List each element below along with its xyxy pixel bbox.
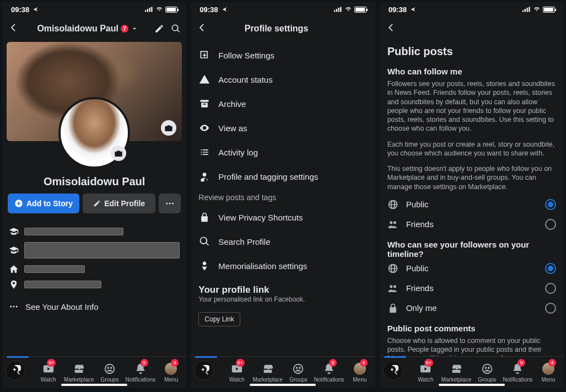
dots-icon — [165, 198, 175, 208]
edit-profile-button[interactable]: Edit Profile — [83, 194, 155, 213]
view-as-row[interactable]: View as — [191, 116, 375, 140]
account-status-row[interactable]: Account status — [191, 67, 375, 92]
nav-notifications[interactable]: Notifications9 — [503, 357, 533, 388]
bottom-nav: . Watch9+ Marketplace Groups Notificatio… — [191, 356, 375, 388]
person-gear-icon — [199, 171, 210, 182]
graduation-icon — [9, 245, 19, 255]
option-only-me[interactable]: Only me — [387, 298, 556, 318]
notification-badge: 7 — [121, 25, 128, 33]
status-bar: 09:38 — [2, 2, 186, 17]
copy-link-button[interactable]: Copy Link — [198, 312, 240, 326]
back-button[interactable] — [8, 22, 21, 35]
svg-rect-8 — [149, 8, 150, 12]
paragraph: This setting doesn't apply to people who… — [387, 161, 556, 195]
nav-watch[interactable]: Watch9+ — [410, 357, 441, 388]
memorialisation-row[interactable]: Memorialisation settings — [191, 254, 375, 278]
svg-rect-16 — [526, 8, 527, 12]
nav-watch[interactable]: Watch 9+ — [33, 357, 64, 388]
profile-link-title: Your profile link — [198, 284, 367, 296]
svg-rect-7 — [147, 9, 148, 12]
nav-notifications[interactable]: Notifications 9 — [125, 357, 156, 388]
page-title: Profile settings — [245, 24, 309, 34]
dots-icon — [9, 302, 19, 312]
home-indicator — [250, 384, 316, 386]
svg-rect-10 — [334, 10, 335, 12]
section-followers-timeline: Who can see your followers on your timel… — [387, 234, 556, 259]
groups-icon — [104, 363, 116, 375]
page-title-dropdown[interactable]: Omisolaidowu Paul 7 — [21, 24, 154, 34]
wifi-icon — [155, 7, 163, 12]
profile-tagging-row[interactable]: Profile and tagging settings — [191, 164, 375, 189]
option-public[interactable]: Public — [387, 195, 556, 214]
archive-icon — [199, 98, 210, 109]
cellular-icon — [334, 7, 342, 12]
add-to-story-button[interactable]: Add to Story — [8, 194, 79, 213]
list-icon — [199, 147, 210, 158]
friends-icon — [387, 219, 398, 230]
friends-icon — [387, 283, 398, 294]
home-indicator — [439, 384, 505, 386]
education-row — [9, 227, 180, 237]
zoom-overlay[interactable] — [6, 361, 25, 380]
paragraph: Each time you post or create a reel, sto… — [387, 137, 556, 162]
follow-icon — [199, 50, 210, 61]
nav-menu[interactable]: Menu 4 — [156, 357, 187, 388]
pencil-icon — [93, 200, 101, 207]
location-arrow-icon — [409, 7, 417, 12]
see-about-link[interactable]: See Your About Info — [2, 297, 186, 314]
nav-watch[interactable]: Watch9+ — [222, 357, 252, 388]
option-friends[interactable]: Friends — [387, 214, 556, 234]
radio-unselected — [545, 303, 556, 314]
cellular-icon — [522, 7, 531, 12]
privacy-shortcuts-row[interactable]: View Privacy Shortcuts — [191, 205, 375, 229]
profile-link-sub: Your personalised link on Facebook. — [198, 296, 367, 303]
activity-log-row[interactable]: Activity log — [191, 140, 375, 164]
page-title: Public posts — [387, 41, 556, 63]
education-row — [9, 242, 180, 259]
status-bar: 09:38 — [380, 2, 564, 17]
paragraph: Followers see your posts, reels, stories… — [387, 76, 556, 137]
radio-unselected — [545, 219, 556, 230]
search-profile-row[interactable]: Search Profile — [191, 229, 375, 254]
svg-rect-6 — [145, 10, 146, 12]
home-row — [9, 264, 180, 274]
option-public-2[interactable]: Public — [387, 259, 556, 278]
radio-unselected — [545, 283, 556, 294]
more-button[interactable] — [159, 194, 181, 213]
rose-icon — [199, 260, 210, 271]
avatar-camera-button[interactable] — [111, 146, 126, 161]
bottom-nav: . Watch9+ Marketplace Groups Notificatio… — [380, 356, 564, 388]
zoom-overlay[interactable] — [383, 361, 403, 380]
archive-row[interactable]: Archive — [191, 92, 375, 116]
home-indicator — [61, 384, 127, 386]
svg-rect-9 — [152, 7, 153, 12]
globe-icon — [387, 263, 398, 274]
edit-icon[interactable] — [154, 23, 164, 34]
nav-notifications[interactable]: Notifications9 — [314, 357, 344, 388]
nav-menu[interactable]: Menu4 — [533, 357, 564, 388]
follow-settings-row[interactable]: Follow Settings — [191, 43, 375, 67]
svg-rect-11 — [336, 9, 337, 12]
radio-selected — [545, 199, 556, 210]
wifi-icon — [533, 7, 541, 12]
option-friends-2[interactable]: Friends — [387, 278, 556, 298]
section-who-follow: Who can follow me — [387, 63, 556, 76]
warning-icon — [199, 74, 210, 85]
svg-rect-17 — [529, 7, 530, 12]
graduation-icon — [9, 227, 19, 237]
paragraph: Choose who is allowed to comment on your… — [387, 333, 556, 356]
store-icon — [73, 363, 85, 375]
home-icon — [9, 264, 19, 274]
back-button[interactable] — [385, 22, 398, 35]
learn-more-link[interactable]: Learn more — [501, 355, 538, 356]
radio-selected — [545, 263, 556, 274]
profile-name: Omisolaidowu Paul — [2, 175, 186, 188]
svg-rect-14 — [522, 10, 524, 12]
eye-icon — [199, 122, 210, 133]
nav-menu[interactable]: Menu4 — [344, 357, 375, 388]
search-icon[interactable] — [171, 23, 181, 34]
svg-rect-15 — [525, 9, 526, 12]
topbar: Omisolaidowu Paul 7 — [2, 17, 186, 41]
svg-rect-12 — [338, 8, 339, 12]
back-button[interactable] — [196, 22, 209, 35]
